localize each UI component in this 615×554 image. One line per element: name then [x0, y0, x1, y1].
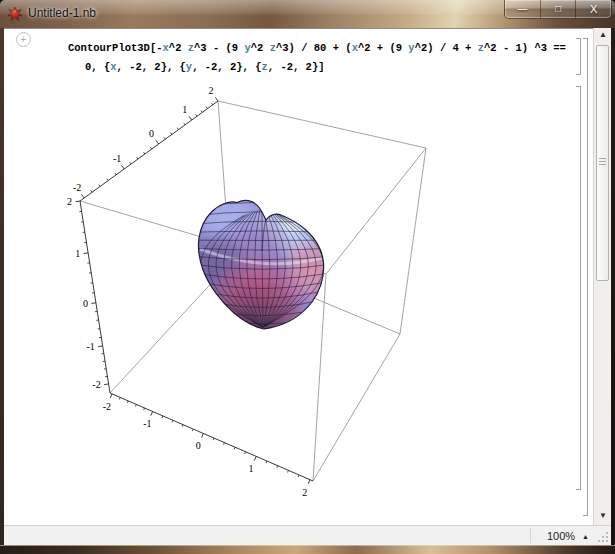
cell-group-bracket[interactable]	[583, 38, 588, 516]
mathematica-window: Untitled-1.nb — □ X + ContourPlot3D[-x^2…	[0, 0, 615, 554]
output-cell-bracket[interactable]	[576, 86, 581, 490]
window-titlebar[interactable]: Untitled-1.nb — □ X	[0, 0, 615, 28]
svg-text:2: 2	[302, 487, 307, 498]
window-title: Untitled-1.nb	[28, 6, 96, 20]
notebook-content[interactable]: + ContourPlot3D[-x^2 z^3 - (9 y^2 z^3) /…	[4, 28, 593, 525]
minimize-button[interactable]: —	[505, 0, 541, 18]
svg-text:1: 1	[75, 248, 80, 259]
zoom-level: 100%	[547, 530, 575, 542]
zoom-control[interactable]: 100% ▲	[547, 526, 589, 546]
mathematica-spikey-icon	[8, 7, 22, 21]
svg-text:1: 1	[182, 104, 187, 115]
svg-text:-2: -2	[92, 379, 100, 390]
vertical-scrollbar[interactable]: ▲ ▼	[593, 28, 611, 525]
svg-text:-1: -1	[143, 418, 151, 429]
window-controls: — □ X	[504, 0, 612, 19]
status-separator	[530, 528, 531, 543]
scrollbar-thumb[interactable]	[596, 45, 609, 281]
contour-plot-3d[interactable]: -2-1012210-1-2-2-1012	[4, 29, 593, 526]
close-button[interactable]: X	[576, 0, 611, 18]
maximize-button[interactable]: □	[541, 0, 577, 18]
scroll-up-arrow-icon[interactable]: ▲	[594, 28, 612, 42]
scrollbar-thumb-grip-icon	[599, 158, 606, 167]
svg-text:-1: -1	[113, 153, 121, 164]
svg-text:2: 2	[208, 85, 213, 96]
window-bottom-border	[0, 545, 615, 554]
scroll-down-arrow-icon[interactable]: ▼	[594, 509, 612, 523]
zoom-caret-icon: ▲	[582, 533, 589, 540]
status-bar: 100% ▲	[4, 525, 611, 545]
svg-text:-2: -2	[73, 182, 81, 193]
svg-text:-2: -2	[103, 401, 111, 412]
svg-text:-1: -1	[86, 341, 94, 352]
input-cell-bracket[interactable]	[576, 38, 581, 75]
svg-text:0: 0	[83, 298, 88, 309]
svg-text:0: 0	[149, 128, 154, 139]
window-right-border	[611, 28, 615, 545]
svg-text:0: 0	[196, 440, 201, 451]
svg-text:2: 2	[67, 196, 72, 207]
resize-grip[interactable]	[598, 532, 608, 542]
svg-text:1: 1	[248, 463, 253, 474]
